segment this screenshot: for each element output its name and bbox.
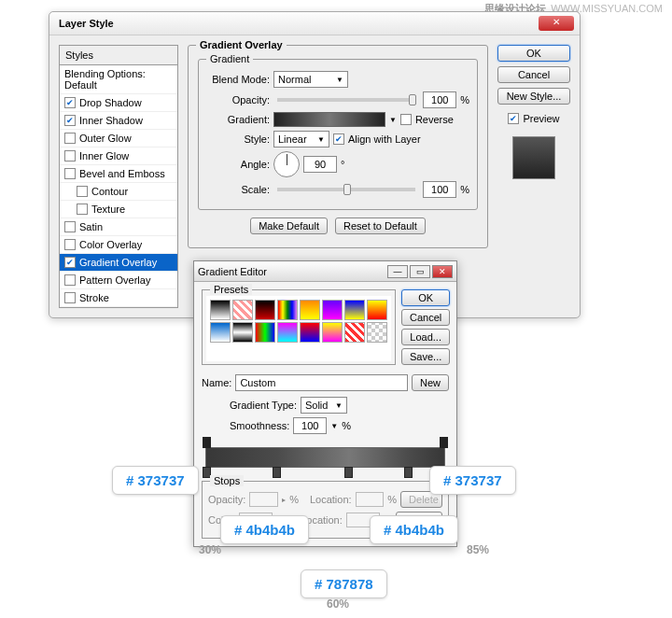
gradient-type-select[interactable]: Solid▼ <box>301 397 347 414</box>
style-inner-glow[interactable]: Inner Glow <box>60 147 177 165</box>
checkbox-icon[interactable] <box>77 204 88 215</box>
styles-header[interactable]: Styles <box>60 46 177 65</box>
smoothness-value[interactable]: 100 <box>293 417 327 434</box>
opacity-stop[interactable] <box>203 437 211 448</box>
ge-load-button[interactable]: Load... <box>401 329 450 345</box>
align-label: Align with Layer <box>348 133 421 145</box>
stops-label: Stops <box>210 475 244 486</box>
chevron-down-icon: ▼ <box>317 135 325 144</box>
stop-location-input <box>356 492 385 507</box>
name-input[interactable]: Custom <box>235 374 408 391</box>
align-checkbox[interactable]: ✔ <box>333 133 344 145</box>
style-drop-shadow[interactable]: ✔Drop Shadow <box>60 94 177 112</box>
new-button[interactable]: New <box>412 374 449 391</box>
checkbox-icon[interactable] <box>64 133 76 144</box>
stop-opacity-input <box>249 492 278 507</box>
style-texture[interactable]: Texture <box>60 201 177 218</box>
name-label: Name: <box>202 377 231 388</box>
new-style-button[interactable]: New Style... <box>497 88 570 105</box>
color-stop[interactable] <box>344 467 353 478</box>
panel-title: Gradient Overlay <box>196 39 287 50</box>
style-contour[interactable]: Contour <box>60 183 177 201</box>
style-satin[interactable]: Satin <box>60 218 177 236</box>
close-icon[interactable]: ✕ <box>432 265 453 278</box>
presets-grid[interactable] <box>210 300 387 343</box>
style-pattern-overlay[interactable]: Pattern Overlay <box>60 272 177 289</box>
stop-opacity-label: Opacity: <box>208 494 245 505</box>
annotation-color: # 787878 <box>301 569 387 598</box>
gradient-overlay-panel: Gradient Overlay Gradient Blend Mode:Nor… <box>188 45 488 248</box>
minimize-icon[interactable]: — <box>387 265 408 278</box>
annotation-color: # 4b4b4b <box>220 515 309 544</box>
preview-checkbox[interactable]: ✔ <box>508 113 519 124</box>
checkbox-icon[interactable]: ✔ <box>64 257 76 268</box>
stop-location-label: Location: <box>310 494 352 505</box>
gradient-label: Gradient: <box>206 114 270 125</box>
angle-label: Angle: <box>206 159 270 170</box>
opacity-value[interactable]: 100 <box>423 91 456 108</box>
checkbox-icon[interactable] <box>77 186 88 197</box>
blending-options[interactable]: Blending Options: Default <box>60 65 177 94</box>
maximize-icon[interactable]: ▭ <box>410 265 430 278</box>
annotation-color: # 373737 <box>429 466 516 495</box>
chevron-down-icon: ▼ <box>335 401 343 410</box>
style-inner-shadow[interactable]: ✔Inner Shadow <box>60 112 177 130</box>
style-gradient-overlay[interactable]: ✔Gradient Overlay <box>60 254 177 272</box>
style-bevel-emboss[interactable]: Bevel and Emboss <box>60 165 177 183</box>
checkbox-icon[interactable] <box>64 274 76 286</box>
checkbox-icon[interactable] <box>64 292 76 303</box>
presets-label: Presets <box>210 284 252 295</box>
opacity-slider[interactable] <box>277 98 415 102</box>
blend-mode-select[interactable]: Normal▼ <box>273 71 348 88</box>
chevron-down-icon[interactable]: ▼ <box>330 422 338 430</box>
color-stop[interactable] <box>404 467 413 478</box>
annotation-pct: 85% <box>467 543 489 556</box>
chevron-down-icon[interactable]: ▼ <box>389 116 397 124</box>
reverse-checkbox[interactable] <box>400 114 412 125</box>
opacity-label: Opacity: <box>206 94 270 105</box>
gradient-swatch[interactable] <box>273 112 385 127</box>
reset-default-button[interactable]: Reset to Default <box>335 218 426 234</box>
style-color-overlay[interactable]: Color Overlay <box>60 236 177 254</box>
scale-value[interactable]: 100 <box>423 181 456 198</box>
scale-slider[interactable] <box>277 188 415 191</box>
gradient-sub-label: Gradient <box>206 53 253 64</box>
checkbox-icon[interactable] <box>64 239 76 250</box>
gradient-editor-window: Gradient Editor — ▭ ✕ Presets OK Cancel … <box>193 260 457 547</box>
checkbox-icon[interactable]: ✔ <box>64 97 76 108</box>
ge-save-button[interactable]: Save... <box>401 348 450 365</box>
annotation-color: # 4b4b4b <box>370 515 458 544</box>
preview-swatch <box>512 136 555 179</box>
style-select[interactable]: Linear▼ <box>273 131 329 147</box>
blend-mode-label: Blend Mode: <box>206 74 270 85</box>
preview-label: Preview <box>523 113 559 124</box>
scale-label: Scale: <box>206 184 270 195</box>
style-label: Style: <box>206 133 270 145</box>
angle-dial[interactable] <box>273 151 300 177</box>
close-icon[interactable]: ✕ <box>539 16 574 31</box>
chevron-down-icon: ▼ <box>336 76 343 84</box>
ok-button[interactable]: OK <box>497 45 570 62</box>
color-stop[interactable] <box>273 467 281 478</box>
cancel-button[interactable]: Cancel <box>497 66 570 83</box>
opacity-stop[interactable] <box>440 437 448 448</box>
dialog-title: Layer Style <box>49 12 580 35</box>
style-stroke[interactable]: Stroke <box>60 289 177 307</box>
annotation-color: # 373737 <box>112 466 199 495</box>
ge-title: Gradient Editor <box>198 266 267 277</box>
ge-cancel-button[interactable]: Cancel <box>401 309 450 326</box>
style-outer-glow[interactable]: Outer Glow <box>60 130 177 147</box>
checkbox-icon[interactable] <box>64 168 76 179</box>
checkbox-icon[interactable] <box>64 150 76 162</box>
ge-ok-button[interactable]: OK <box>401 289 450 306</box>
annotation-pct: 30% <box>199 543 221 556</box>
gradient-type-label: Gradient Type: <box>230 400 297 411</box>
annotation-pct: 60% <box>327 597 349 611</box>
make-default-button[interactable]: Make Default <box>250 218 328 234</box>
reverse-label: Reverse <box>415 114 454 125</box>
angle-value[interactable]: 90 <box>303 156 337 173</box>
checkbox-icon[interactable] <box>64 221 76 232</box>
smoothness-label: Smoothness: <box>230 420 289 431</box>
gradient-bar[interactable] <box>205 447 445 468</box>
checkbox-icon[interactable]: ✔ <box>64 115 76 126</box>
